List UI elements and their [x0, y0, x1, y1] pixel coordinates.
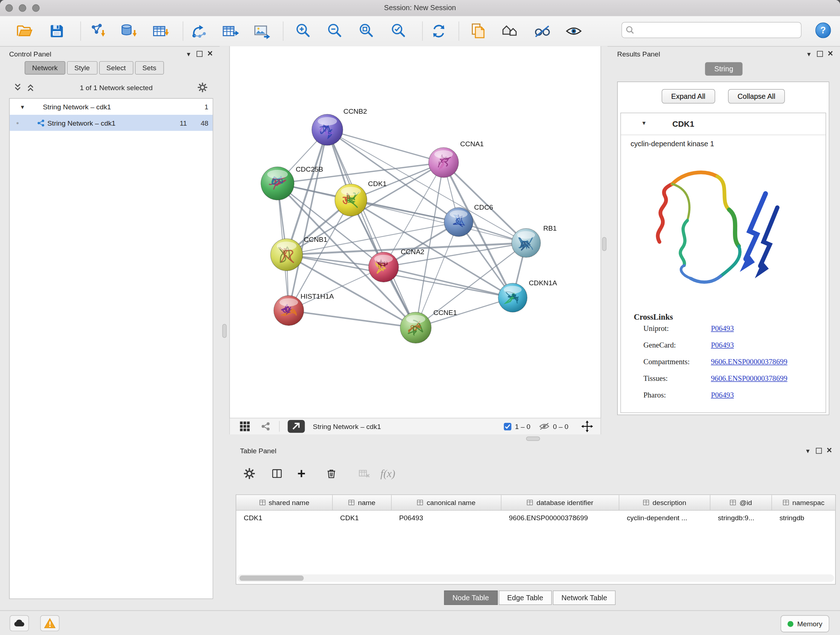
network-node[interactable]	[261, 167, 294, 200]
expand-all-icon[interactable]	[26, 82, 35, 92]
column-header[interactable]: shared name	[236, 495, 333, 510]
export-table-button[interactable]	[218, 19, 243, 43]
zoom-in-button[interactable]	[291, 19, 316, 43]
column-header[interactable]: canonical name	[392, 495, 502, 510]
delete-column-button[interactable]	[325, 467, 338, 480]
network-node[interactable]	[429, 147, 459, 177]
grid-view-icon[interactable]	[240, 421, 250, 432]
column-header[interactable]: database identifier	[501, 495, 619, 510]
open-external-button[interactable]	[287, 419, 305, 433]
network-canvas[interactable]: CCNB2CCNA1CDC25BCDK1CDC6RB1CCNB1CCNA2CDK…	[229, 46, 601, 418]
import-network-database-button[interactable]	[116, 19, 141, 43]
left-splitter[interactable]	[219, 46, 229, 434]
cloud-status-button[interactable]	[10, 615, 29, 631]
network-options-gear-icon[interactable]	[197, 82, 208, 93]
panel-float-icon[interactable]	[816, 448, 821, 453]
network-node[interactable]	[512, 228, 540, 257]
crosslink-tissues[interactable]: 9606.ENSP00000378699	[711, 374, 787, 383]
panel-menu-caret-icon[interactable]: ▾	[184, 50, 194, 57]
panel-float-icon[interactable]	[817, 51, 823, 57]
documents-button[interactable]	[466, 19, 491, 43]
crosslink-genecard[interactable]: P06493	[711, 341, 734, 350]
crosslink-uniprot[interactable]: P06493	[711, 325, 734, 333]
network-tree-root-row[interactable]: ▼ String Network – cdk1 1	[10, 99, 213, 115]
table-horizontal-scrollbar[interactable]	[237, 575, 834, 582]
collapse-all-button[interactable]: Collapse All	[728, 89, 785, 103]
panel-float-icon[interactable]	[196, 51, 202, 57]
cell-canonical-name[interactable]: P06493	[392, 510, 502, 525]
cell-namespace[interactable]: stringdb	[772, 510, 835, 525]
section-collapse-triangle-icon[interactable]: ▼	[641, 120, 647, 126]
selected-checkbox-icon[interactable]	[504, 423, 512, 431]
tab-select[interactable]: Select	[99, 61, 133, 74]
tab-edge-table[interactable]: Edge Table	[499, 591, 552, 605]
panel-close-icon[interactable]: ×	[206, 50, 215, 57]
search-field[interactable]	[622, 22, 802, 38]
hidden-eye-slash-icon[interactable]	[539, 422, 550, 431]
cell-description[interactable]: cyclin-dependent ...	[619, 510, 711, 525]
zoom-out-button[interactable]	[323, 19, 347, 43]
network-tree-child-row[interactable]: ● String Network – cdk1 11 48	[10, 115, 213, 131]
add-column-button[interactable]: +	[297, 465, 305, 482]
table-settings-button[interactable]	[243, 467, 256, 480]
delete-table-button-disabled[interactable]	[358, 467, 371, 480]
network-graph[interactable]: CCNB2CCNA1CDC25BCDK1CDC6RB1CCNB1CCNA2CDK…	[230, 46, 600, 417]
tab-node-table[interactable]: Node Table	[444, 591, 497, 605]
right-splitter-handle[interactable]	[602, 237, 607, 251]
import-network-file-button[interactable]	[85, 19, 110, 43]
export-image-button[interactable]	[249, 19, 274, 43]
save-session-button[interactable]	[44, 19, 69, 43]
panel-close-icon[interactable]: ×	[826, 50, 835, 57]
pan-crosshair-icon[interactable]	[581, 420, 593, 432]
panel-menu-caret-icon[interactable]: ▾	[804, 50, 814, 57]
table-row[interactable]: CDK1 CDK1 P06493 9606.ENSP00000378699 cy…	[236, 510, 835, 525]
open-session-button[interactable]	[12, 19, 36, 43]
network-node[interactable]	[444, 207, 473, 236]
export-network-button[interactable]	[186, 19, 211, 43]
zoom-selected-button[interactable]	[386, 19, 411, 43]
tab-network[interactable]: Network	[25, 61, 65, 74]
network-node[interactable]	[312, 114, 343, 146]
apply-layout-button[interactable]	[426, 19, 451, 43]
crosslink-compartments[interactable]: 9606.ENSP00000378699	[711, 358, 787, 366]
tree-collapse-triangle-icon[interactable]: ▼	[17, 104, 28, 110]
tab-string[interactable]: String	[705, 62, 742, 76]
column-header[interactable]: description	[619, 495, 711, 510]
right-splitter[interactable]	[601, 46, 608, 434]
search-input[interactable]	[638, 25, 801, 35]
network-node[interactable]	[271, 239, 303, 271]
panel-close-icon[interactable]: ×	[825, 447, 834, 454]
horizontal-splitter-handle[interactable]	[526, 437, 540, 441]
show-columns-button[interactable]	[271, 467, 284, 480]
memory-button[interactable]: Memory	[781, 615, 829, 632]
share-view-icon[interactable]	[261, 421, 271, 431]
column-header[interactable]: @id	[711, 495, 772, 510]
collapse-all-icon[interactable]	[13, 82, 23, 92]
graphics-details-button[interactable]	[530, 19, 554, 43]
network-node[interactable]	[498, 283, 527, 312]
network-node[interactable]	[400, 312, 431, 343]
network-node[interactable]	[274, 295, 304, 325]
scrollbar-thumb[interactable]	[240, 576, 304, 581]
network-node[interactable]	[335, 184, 367, 216]
panel-menu-caret-icon[interactable]: ▾	[803, 447, 813, 454]
import-table-button[interactable]	[148, 19, 173, 43]
birdseye-view-button[interactable]	[561, 19, 586, 43]
home-button[interactable]	[498, 19, 523, 43]
cell-database-identifier[interactable]: 9606.ENSP00000378699	[501, 510, 619, 525]
warnings-button[interactable]	[40, 615, 59, 631]
column-header[interactable]: namespac	[772, 495, 835, 510]
cell-shared-name[interactable]: CDK1	[236, 510, 333, 525]
network-node[interactable]	[369, 252, 399, 282]
function-builder-button[interactable]: f(x)	[380, 467, 395, 480]
help-button[interactable]: ?	[815, 22, 831, 38]
tab-network-table[interactable]: Network Table	[553, 591, 616, 605]
zoom-fit-button[interactable]	[354, 19, 379, 43]
cell-name[interactable]: CDK1	[333, 510, 392, 525]
expand-all-button[interactable]: Expand All	[662, 89, 715, 103]
left-splitter-handle[interactable]	[223, 324, 227, 338]
tab-style[interactable]: Style	[67, 61, 97, 74]
cell-id[interactable]: stringdb:9...	[711, 510, 772, 525]
tab-sets[interactable]: Sets	[135, 61, 164, 74]
crosslink-pharos[interactable]: P06493	[711, 391, 734, 400]
